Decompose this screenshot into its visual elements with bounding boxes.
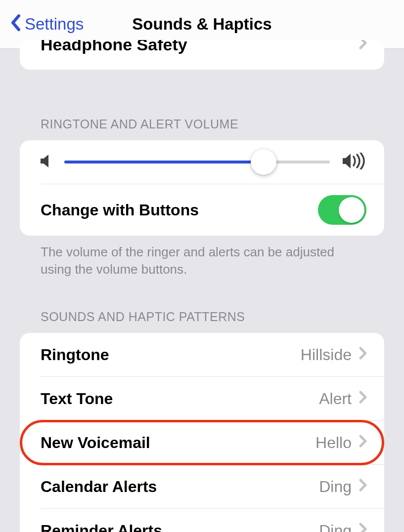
pattern-value: Hello [315,434,352,452]
volume-max-icon [343,153,366,171]
back-button[interactable]: Settings [10,14,84,35]
volume-footer-text: The volume of the ringer and alerts can … [20,236,384,278]
patterns-group: RingtoneHillsideText ToneAlertNew Voicem… [20,333,384,532]
patterns-section-header: SOUNDS AND HAPTIC PATTERNS [20,310,404,333]
headphone-safety-label: Headphone Safety [41,40,187,53]
pattern-value: Alert [319,390,352,408]
pattern-row-text-tone[interactable]: Text ToneAlert [20,377,384,420]
headphone-group: Headphone Safety [20,40,384,70]
volume-min-icon [41,154,51,170]
pattern-row-reminder-alerts[interactable]: Reminder AlertsDing [20,509,384,532]
slider-thumb[interactable] [251,149,276,175]
back-label: Settings [25,15,84,34]
pattern-row-new-voicemail[interactable]: New VoicemailHello [20,421,384,464]
pattern-row-ringtone[interactable]: RingtoneHillside [20,333,384,376]
pattern-label: Calendar Alerts [41,478,157,496]
headphone-safety-row[interactable]: Headphone Safety [20,40,384,70]
pattern-label: Text Tone [41,390,113,408]
pattern-label: Reminder Alerts [41,522,162,532]
chevron-right-icon [359,478,367,495]
pattern-label: New Voicemail [41,434,150,452]
pattern-value: Hillside [301,346,352,364]
change-with-buttons-label: Change with Buttons [41,201,199,219]
chevron-right-icon [359,522,367,532]
volume-slider-row [20,140,384,184]
pattern-value: Ding [319,522,352,532]
chevron-right-icon [359,346,367,364]
chevron-right-icon [359,390,367,408]
pattern-label: Ringtone [41,346,109,364]
change-with-buttons-switch[interactable] [318,195,366,225]
chevron-right-icon [359,434,367,451]
chevron-left-icon [10,14,21,35]
switch-knob [339,197,364,223]
volume-section-header: RINGTONE AND ALERT VOLUME [20,117,404,140]
volume-group: Change with Buttons [20,140,384,236]
volume-slider[interactable] [64,152,330,172]
page-title: Sounds & Haptics [132,15,271,34]
change-with-buttons-row: Change with Buttons [20,184,384,236]
pattern-value: Ding [319,478,352,496]
chevron-right-icon [359,40,367,53]
pattern-row-calendar-alerts[interactable]: Calendar AlertsDing [20,465,384,508]
